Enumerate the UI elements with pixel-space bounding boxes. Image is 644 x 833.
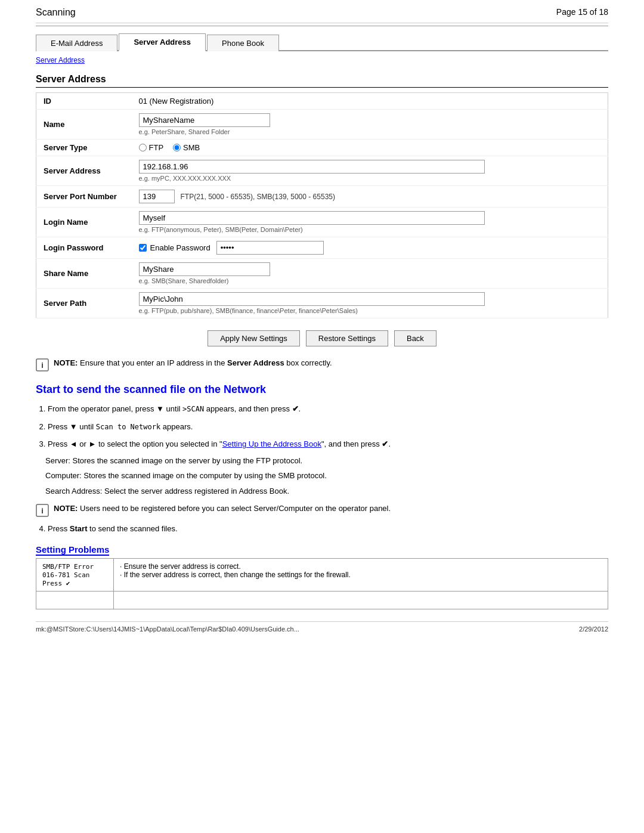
field-server-type: Server Type FTP SMB	[36, 140, 608, 156]
login-password-label: Login Password	[36, 237, 132, 259]
server-path-hint: e.g. FTP(pub, pub/share), SMB(finance, f…	[139, 307, 601, 314]
enable-password-label[interactable]: Enable Password	[139, 243, 210, 252]
problem-error-code: SMB/FTP Error 016-781 Scan Press ✔	[36, 558, 114, 591]
server-path-value-cell: e.g. FTP(pub, pub/share), SMB(finance, f…	[132, 289, 608, 318]
step3-server: Server: Stores the scanned image on the …	[45, 455, 608, 467]
server-path-label: Server Path	[36, 289, 132, 318]
smb-radio-label[interactable]: SMB	[173, 143, 200, 152]
step2-scan-network: Scan to Network	[96, 423, 160, 431]
step3-computer: Computer: Stores the scanned image on th…	[45, 470, 608, 482]
note2-box: i NOTE: Users need to be registered befo…	[36, 504, 608, 517]
action-buttons: Apply New Settings Restore Settings Back	[36, 330, 608, 346]
error-code-text: SMB/FTP Error 016-781 Scan Press ✔	[42, 563, 94, 587]
server-address-value-cell: e.g. myPC, XXX.XXX.XXX.XXX	[132, 156, 608, 186]
footer-right: 2/29/2012	[579, 625, 608, 633]
server-address-input[interactable]	[139, 160, 485, 174]
note2-body: Users need to be registered before you c…	[78, 504, 391, 513]
step1-check: ✔	[292, 404, 299, 413]
form-section-title: Server Address	[36, 74, 608, 88]
enable-password-text: Enable Password	[150, 243, 210, 252]
steps-list-continued: Press Start to send the scanned files.	[48, 523, 608, 535]
server-address-form: ID 01 (New Registration) Name e.g. Peter…	[36, 92, 608, 318]
smb-label: SMB	[183, 143, 200, 152]
tabs-container: E-Mail Address Server Address Phone Book	[36, 32, 608, 51]
smb-radio[interactable]	[173, 144, 181, 151]
enable-password-checkbox[interactable]	[139, 244, 147, 252]
note-icon: i	[36, 358, 49, 371]
server-address-hint: e.g. myPC, XXX.XXX.XXX.XXX	[139, 175, 601, 182]
steps-list: From the operator panel, press ▼ until >…	[48, 403, 608, 497]
name-label: Name	[36, 110, 132, 140]
note1-body: Ensure that you enter an IP address in t…	[78, 358, 332, 367]
step-4: Press Start to send the scanned files.	[48, 523, 608, 535]
note2-prefix: NOTE:	[54, 504, 78, 513]
note2-icon: i	[36, 504, 49, 517]
share-name-input[interactable]	[139, 262, 270, 276]
field-login-name: Login Name e.g. FTP(anonymous, Peter), S…	[36, 208, 608, 237]
tab-server-address[interactable]: Server Address	[119, 33, 206, 51]
step3-search: Search Address: Select the server addres…	[45, 485, 608, 497]
problems-table: SMB/FTP Error 016-781 Scan Press ✔ · Ens…	[36, 558, 608, 609]
page-number: Page 15 of 18	[556, 7, 608, 17]
breadcrumb-link[interactable]: Server Address	[36, 56, 85, 64]
name-hint: e.g. PeterShare, Shared Folder	[139, 128, 601, 135]
note2-text: NOTE: Users need to be registered before…	[54, 504, 391, 513]
note1-prefix: NOTE:	[54, 358, 78, 367]
ftp-radio-label[interactable]: FTP	[139, 143, 164, 152]
footer-left: mk:@MSITStore:C:\Users\14JMIS~1\AppData\…	[36, 625, 299, 633]
page-header: Scanning Page 15 of 18	[36, 0, 608, 23]
tab-email-address[interactable]: E-Mail Address	[36, 35, 117, 51]
server-type-radio-group: FTP SMB	[139, 143, 601, 152]
step3-arrow-right: ►	[89, 439, 97, 448]
id-value: 01 (New Registration)	[132, 93, 608, 110]
field-share-name: Share Name e.g. SMB(Share, Sharedfolder)	[36, 259, 608, 289]
ftp-radio[interactable]	[139, 144, 147, 151]
problem-solutions: · Ensure the server address is correct. …	[114, 558, 608, 591]
login-name-label: Login Name	[36, 208, 132, 237]
password-input[interactable]	[216, 241, 324, 255]
solution-2: · If the server address is correct, then…	[120, 571, 602, 579]
step1-scan-text: >SCAN	[182, 405, 204, 413]
field-server-address: Server Address e.g. myPC, XXX.XXX.XXX.XX…	[36, 156, 608, 186]
port-hint: FTP(21, 5000 - 65535), SMB(139, 5000 - 6…	[181, 193, 335, 201]
port-value-cell: FTP(21, 5000 - 65535), SMB(139, 5000 - 6…	[132, 186, 608, 208]
ftp-label: FTP	[149, 143, 164, 152]
step4-start: Start	[70, 524, 88, 533]
page-footer: mk:@MSITStore:C:\Users\14JMIS~1\AppData\…	[36, 621, 608, 633]
empty-error-cell	[36, 591, 114, 609]
share-name-hint: e.g. SMB(Share, Sharedfolder)	[139, 277, 601, 284]
name-input[interactable]	[139, 113, 270, 127]
tab-phone-book[interactable]: Phone Book	[207, 35, 279, 51]
id-label: ID	[36, 93, 132, 110]
back-button[interactable]: Back	[394, 330, 436, 346]
step3-link[interactable]: Setting Up the Address Book	[222, 439, 321, 448]
server-path-input[interactable]	[139, 292, 485, 306]
apply-button[interactable]: Apply New Settings	[208, 330, 300, 346]
section2-title: Start to send the scanned file on the Ne…	[36, 383, 608, 396]
step2-arrow-down: ▼	[70, 422, 78, 431]
server-type-value-cell: FTP SMB	[132, 140, 608, 156]
field-port: Server Port Number FTP(21, 5000 - 65535)…	[36, 186, 608, 208]
note1-box: i NOTE: Ensure that you enter an IP addr…	[36, 358, 608, 371]
login-name-input[interactable]	[139, 211, 485, 225]
problem-row-empty	[36, 591, 608, 609]
field-login-password: Login Password Enable Password	[36, 237, 608, 259]
problem-row: SMB/FTP Error 016-781 Scan Press ✔ · Ens…	[36, 558, 608, 591]
note1-text: NOTE: Ensure that you enter an IP addres…	[54, 358, 332, 367]
server-address-label: Server Address	[36, 156, 132, 186]
share-name-value-cell: e.g. SMB(Share, Sharedfolder)	[132, 259, 608, 289]
field-name: Name e.g. PeterShare, Shared Folder	[36, 110, 608, 140]
restore-button[interactable]: Restore Settings	[306, 330, 388, 346]
problems-section: Setting Problems SMB/FTP Error 016-781 S…	[36, 544, 608, 609]
port-label: Server Port Number	[36, 186, 132, 208]
login-password-value-cell: Enable Password	[132, 237, 608, 259]
step3-arrow-left: ◄	[70, 439, 78, 448]
port-row: FTP(21, 5000 - 65535), SMB(139, 5000 - 6…	[139, 190, 601, 203]
port-input[interactable]	[139, 190, 175, 203]
step-1: From the operator panel, press ▼ until >…	[48, 403, 608, 415]
field-server-path: Server Path e.g. FTP(pub, pub/share), SM…	[36, 289, 608, 318]
step3-check: ✔	[382, 439, 388, 448]
page-title: Scanning	[36, 7, 76, 18]
name-value-cell: e.g. PeterShare, Shared Folder	[132, 110, 608, 140]
svg-text:i: i	[41, 361, 44, 370]
